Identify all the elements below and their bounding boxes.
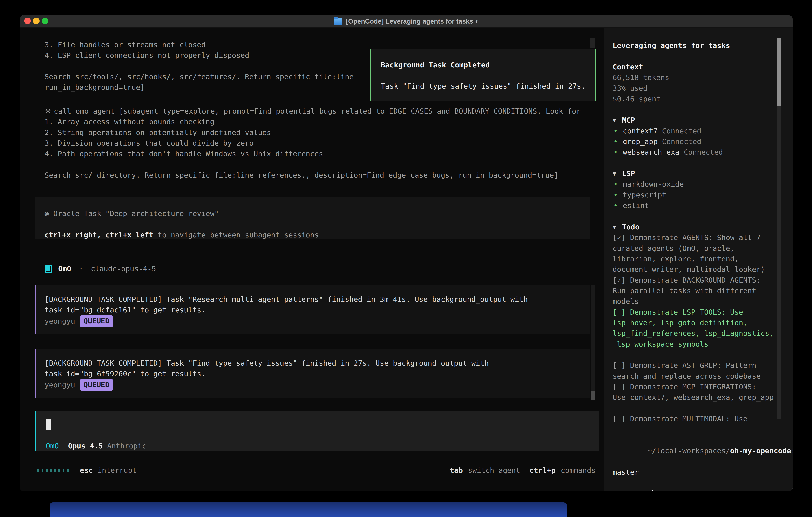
- input-agent-name: OmO: [46, 441, 59, 451]
- status-dot-icon: •: [613, 190, 623, 200]
- tool-call-text: call_omo_agent [subagent_type=explore, p…: [45, 106, 581, 180]
- todo-item-pending: [ ] Demonstrate MCP INTEGRATIONS: Use co…: [613, 381, 781, 403]
- status-dot-icon: •: [613, 200, 623, 211]
- oracle-navigation-hint: ctrl+x right, ctrl+x left to navigate be…: [45, 229, 590, 240]
- queued-badge: QUEUED: [80, 379, 113, 391]
- todo-item-pending: [ ] Demonstrate AST-GREP: Pattern search…: [613, 360, 781, 381]
- tab-key-hint: tab: [450, 465, 463, 475]
- zoom-button[interactable]: [42, 18, 48, 24]
- context-heading: Context: [613, 61, 781, 72]
- oracle-task-title: ◉ Oracle Task "Deep architecture review": [45, 208, 590, 219]
- status-dot-icon: •: [613, 488, 623, 491]
- scrollback-text: 3. File handles or streams not closed 4.…: [45, 39, 354, 93]
- ctrlp-key-hint: ctrl+p: [529, 465, 556, 475]
- background-window-strip: [50, 502, 567, 517]
- message-scrollbar-track[interactable]: [591, 285, 595, 400]
- status-dot-icon: •: [613, 147, 623, 157]
- agent-name: OmO: [58, 264, 71, 274]
- todo-item-done: [✓] Demonstrate BACKGROUND AGENTS: Run p…: [613, 275, 781, 307]
- todo-item-done: [✓] Demonstrate AGENTS: Show all 7 curat…: [613, 232, 781, 275]
- background-task-message: [BACKGROUND TASK COMPLETED] Task "Resear…: [35, 285, 590, 334]
- agent-model: claude-opus-4-5: [91, 264, 156, 274]
- titlebar: [OpenCode] Leveraging agents for tasks ◐: [20, 16, 793, 28]
- mcp-heading: MCP: [622, 115, 635, 125]
- mcp-name: grep_app: [623, 136, 658, 147]
- lsp-name: markdown-oxide: [623, 179, 684, 189]
- queued-badge: QUEUED: [80, 316, 113, 327]
- mcp-section: ▼ MCP • context7 Connected • grep_app Co…: [613, 115, 781, 157]
- context-spent: $0.46 spent: [613, 93, 781, 104]
- lsp-name: typescript: [623, 190, 666, 200]
- mcp-name: websearch_exa: [623, 147, 679, 157]
- lsp-item: • markdown-oxide: [613, 179, 781, 189]
- chevron-down-icon: ▼: [613, 168, 622, 179]
- folder-icon: [334, 18, 343, 25]
- close-button[interactable]: [24, 18, 31, 24]
- statusbar-left: esc interrupt: [37, 465, 137, 476]
- ctrlp-key-label: commands: [561, 465, 596, 475]
- version-row: • OpenCode 1.0.163: [613, 488, 781, 491]
- app-version: 1.0.163: [662, 488, 693, 491]
- activity-spinner-dots: [37, 469, 68, 472]
- lsp-section: ▼ LSP • markdown-oxide • typescript • es…: [613, 168, 781, 211]
- workspace-branch: master: [613, 467, 781, 478]
- app-name-light: Open: [623, 488, 640, 491]
- message-text: [BACKGROUND TASK COMPLETED] Task "Resear…: [45, 294, 582, 316]
- todo-item-active: [ ] Demonstrate LSP TOOLS: Use lsp_hover…: [613, 307, 781, 350]
- tab-key-label: switch agent: [468, 465, 520, 475]
- workspace-repo: oh-my-opencode:: [730, 446, 793, 455]
- mcp-item: • grep_app Connected: [613, 136, 781, 147]
- status-dot-icon: •: [613, 179, 623, 189]
- notification-title: Background Task Completed: [381, 60, 594, 70]
- mcp-item: • websearch_exa Connected: [613, 147, 781, 157]
- esc-key-hint: esc: [80, 465, 93, 475]
- message-author: yeongyu: [45, 380, 75, 390]
- lsp-heading: LSP: [622, 168, 635, 179]
- text-cursor: [46, 419, 51, 430]
- mcp-item: • context7 Connected: [613, 126, 781, 136]
- oracle-task-box: ◉ Oracle Task "Deep architecture review"…: [35, 197, 590, 239]
- background-task-notification: Background Task Completed Task "Find typ…: [370, 49, 596, 101]
- message-text: [BACKGROUND TASK COMPLETED] Task "Find t…: [45, 358, 582, 379]
- todo-section-header[interactable]: ▼ Todo: [613, 221, 781, 232]
- mcp-status: Connected: [684, 147, 723, 157]
- status-dot-icon: •: [613, 136, 623, 147]
- status-dot-icon: •: [613, 126, 623, 136]
- message-author: yeongyu: [45, 316, 75, 326]
- notification-body: Task "Find type safety issues" finished …: [381, 81, 594, 91]
- window-title: [OpenCode] Leveraging agents for tasks ◐: [346, 18, 479, 25]
- mcp-section-header[interactable]: ▼ MCP: [613, 115, 781, 125]
- message-scrollbar-thumb[interactable]: [591, 391, 595, 400]
- separator-dot: ·: [79, 264, 83, 274]
- background-task-message: [BACKGROUND TASK COMPLETED] Task "Find t…: [35, 349, 590, 398]
- agent-omo-icon: [45, 265, 52, 273]
- lsp-name: eslint: [623, 200, 649, 211]
- traffic-lights: [24, 18, 48, 24]
- mcp-name: context7: [623, 126, 658, 136]
- sidebar: Leveraging agents for tasks Context 66,5…: [613, 40, 781, 491]
- app-name-bold: Code: [640, 488, 658, 491]
- mcp-status: Connected: [662, 136, 701, 147]
- lsp-section-header[interactable]: ▼ LSP: [613, 168, 781, 179]
- main-scrollbar-thumb-top[interactable]: [590, 38, 595, 48]
- minimize-button[interactable]: [33, 18, 39, 24]
- todo-section: ▼ Todo [✓] Demonstrate AGENTS: Show all …: [613, 221, 781, 424]
- input-provider-name: Anthropic: [107, 441, 146, 451]
- esc-key-label: interrupt: [97, 465, 137, 475]
- agent-header: OmO · claude-opus-4-5: [45, 263, 156, 274]
- todo-item-pending: [ ] Demonstrate MULTIMODAL: Use: [613, 413, 781, 424]
- workspace-path-prefix: ~/local-workspaces/: [647, 446, 730, 455]
- chevron-down-icon: ▼: [613, 115, 622, 125]
- lsp-item: • eslint: [613, 200, 781, 211]
- context-tokens: 66,518 tokens: [613, 72, 781, 83]
- context-used: 33% used: [613, 83, 781, 93]
- lsp-item: • typescript: [613, 190, 781, 200]
- todo-heading: Todo: [622, 221, 639, 232]
- opencode-terminal-window: [OpenCode] Leveraging agents for tasks ◐…: [20, 15, 793, 491]
- tool-call-block: call_omo_agent [subagent_type=explore, p…: [45, 106, 581, 180]
- sidebar-scrollbar-thumb[interactable]: [777, 38, 781, 106]
- mcp-status: Connected: [662, 126, 701, 136]
- hint-keys: ctrl+x right, ctrl+x left: [45, 231, 153, 239]
- chevron-down-icon: ▼: [613, 221, 622, 232]
- prompt-input[interactable]: OmO Opus 4.5 Anthropic: [35, 411, 599, 452]
